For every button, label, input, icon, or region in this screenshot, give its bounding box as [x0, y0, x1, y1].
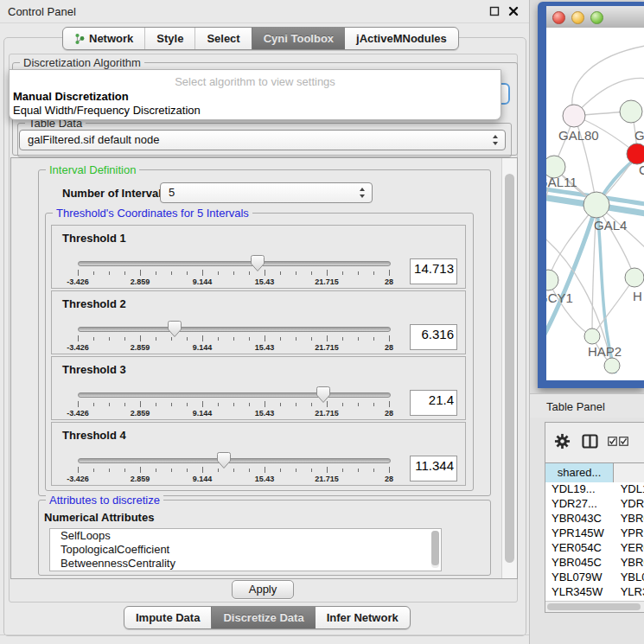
network-node[interactable]: [604, 358, 620, 373]
threshold-value-field[interactable]: 14.713: [410, 258, 457, 284]
network-edge[interactable]: [592, 277, 634, 336]
table-panel-body: shared... na YDL19...YDL1YDR27...YDR2YBR…: [530, 418, 644, 644]
column-header-name[interactable]: na: [614, 463, 644, 483]
scrollbar-thumb[interactable]: [547, 603, 641, 610]
network-node-hap2[interactable]: [584, 328, 600, 344]
column-manager-icon[interactable]: [582, 434, 598, 449]
table-row[interactable]: YER054CYER0: [545, 541, 644, 556]
column-header-shared-name[interactable]: shared...: [545, 463, 614, 483]
control-panel-titlebar: Control Panel: [0, 0, 529, 23]
tab-label: Network: [89, 32, 133, 45]
slider-thumb[interactable]: [250, 254, 265, 272]
network-node-gcy1[interactable]: [546, 270, 558, 290]
node-label: GAL11: [546, 175, 577, 189]
network-graph[interactable]: GAL80GCGAL11GAL4GCY1HHAP2: [546, 28, 644, 380]
tab-label: Infer Network: [327, 611, 399, 624]
table-data-combo[interactable]: galFiltered.sif default node: [19, 130, 506, 150]
slider-thumb[interactable]: [316, 386, 331, 404]
num-intervals-value: 5: [169, 186, 175, 199]
close-traffic-light-icon[interactable]: [552, 11, 565, 24]
spinner-arrows-icon[interactable]: [359, 187, 366, 199]
tick-label: -3.426: [67, 277, 89, 286]
cell-shared-name: YBR045C: [545, 556, 615, 571]
slider-track[interactable]: [78, 392, 391, 398]
attributes-group-title: Attributes to discretize: [46, 494, 163, 507]
attribute-item-betweennesscentrality[interactable]: BetweennessCentrality: [50, 557, 441, 571]
settings-vertical-scrollbar[interactable]: [501, 158, 517, 578]
table-row[interactable]: YLR345WYLR3: [545, 585, 644, 600]
numerical-attributes-list[interactable]: SelfLoopsTopologicalCoefficientBetweenne…: [49, 528, 442, 571]
network-canvas-frame: GAL80GCGAL11GAL4GCY1HHAP2: [546, 28, 644, 380]
cell-name: YBL0: [615, 571, 644, 585]
tab-network[interactable]: Network: [63, 28, 144, 49]
network-node-gal80[interactable]: [563, 105, 585, 127]
threshold-slider[interactable]: -3.4262.8599.14415.4321.71528: [78, 261, 389, 287]
dropdown-item-equal-width[interactable]: Equal Width/Frequency Discretization: [13, 104, 201, 117]
threshold-slider[interactable]: -3.4262.8599.14415.4321.71528: [78, 392, 389, 418]
table-row[interactable]: YBR043CYBR0: [545, 512, 644, 526]
table-row[interactable]: YPR145WYPR1: [545, 526, 644, 541]
network-window-titlebar[interactable]: [546, 6, 644, 29]
tab-cyni-toolbox[interactable]: Cyni Toolbox: [252, 28, 345, 49]
tab-jactivemnodules[interactable]: jActiveMNodules: [345, 28, 458, 49]
slider-track[interactable]: [78, 261, 391, 266]
tab-discretize-data[interactable]: Discretize Data: [211, 607, 315, 628]
tick-label: 2.859: [131, 475, 150, 483]
attributes-group: Attributes to discretize Numerical Attri…: [38, 500, 491, 576]
checkbox-select-all-icon[interactable]: [608, 437, 617, 446]
tick-label: 15.43: [255, 343, 275, 352]
scrollbar-thumb[interactable]: [431, 531, 439, 565]
dropdown-item-manual-discretization[interactable]: Manual Discretization: [13, 90, 129, 103]
tick-label: 9.144: [193, 343, 213, 352]
table-row[interactable]: YDL19...YDL1: [545, 482, 644, 497]
gear-icon[interactable]: [554, 433, 571, 450]
table-toolbar: [545, 423, 644, 462]
cell-name: YER0: [615, 541, 644, 556]
threshold-panel-threshold-1: Threshold 1-3.4262.8599.14415.4321.71528…: [51, 225, 466, 289]
float-window-icon[interactable]: [489, 6, 500, 16]
network-canvas[interactable]: GAL80GCGAL11GAL4GCY1HHAP2: [546, 28, 644, 380]
slider-thumb[interactable]: [167, 320, 182, 338]
attribute-item-topologicalcoefficient[interactable]: TopologicalCoefficient: [50, 543, 441, 557]
cell-name: YPR1: [615, 526, 644, 541]
network-node-h[interactable]: [625, 268, 644, 287]
table-row[interactable]: YBL079WYBL0: [545, 571, 644, 585]
minimize-traffic-light-icon[interactable]: [571, 11, 584, 24]
thresholds-list: Threshold 1-3.4262.8599.14415.4321.71528…: [51, 225, 466, 488]
zoom-traffic-light-icon[interactable]: [590, 11, 603, 24]
tick-label: 21.715: [315, 475, 339, 483]
tick-label: 28: [385, 409, 393, 418]
table-horizontal-scrollbar[interactable]: [545, 601, 644, 612]
threshold-value-field[interactable]: 21.4: [410, 390, 457, 416]
threshold-slider[interactable]: -3.4262.8599.14415.4321.71528: [78, 327, 389, 353]
cell-shared-name: YER054C: [545, 541, 615, 556]
combo-arrows-icon: [492, 134, 499, 146]
slider-thumb[interactable]: [216, 451, 232, 469]
tab-select[interactable]: Select: [194, 28, 251, 49]
table-row[interactable]: YDR27...YDR2: [545, 497, 644, 512]
apply-button[interactable]: Apply: [232, 580, 294, 599]
network-node-c[interactable]: [627, 143, 644, 164]
slider-ticks: [78, 401, 389, 408]
slider-track[interactable]: [78, 327, 391, 332]
num-intervals-label: Number of Intervals: [62, 187, 168, 200]
network-node-gal4[interactable]: [583, 192, 609, 218]
tick-label: 15.43: [255, 475, 275, 483]
attributes-scrollbar[interactable]: [431, 531, 439, 568]
table-row[interactable]: YBR045CYBR0: [545, 556, 644, 571]
slider-track[interactable]: [78, 458, 391, 463]
tab-infer-network[interactable]: Infer Network: [316, 607, 410, 628]
scrollbar-thumb[interactable]: [505, 174, 514, 563]
network-node-g[interactable]: [620, 100, 642, 123]
control-panel: Control Panel NetworkStyleSelectCyni Too…: [0, 0, 530, 644]
close-icon[interactable]: [508, 6, 519, 16]
checkbox-deselect-icon[interactable]: [619, 437, 628, 446]
tab-impute-data[interactable]: Impute Data: [124, 607, 211, 628]
threshold-slider[interactable]: -3.4262.8599.14415.4321.71528: [78, 458, 389, 484]
threshold-value-field[interactable]: 6.316: [410, 324, 457, 350]
threshold-value-field[interactable]: 11.344: [410, 456, 457, 481]
node-label: GCY1: [546, 290, 573, 305]
num-intervals-spinner[interactable]: 5: [160, 182, 373, 203]
tab-style[interactable]: Style: [144, 28, 194, 49]
attribute-item-selfloops[interactable]: SelfLoops: [50, 529, 441, 543]
